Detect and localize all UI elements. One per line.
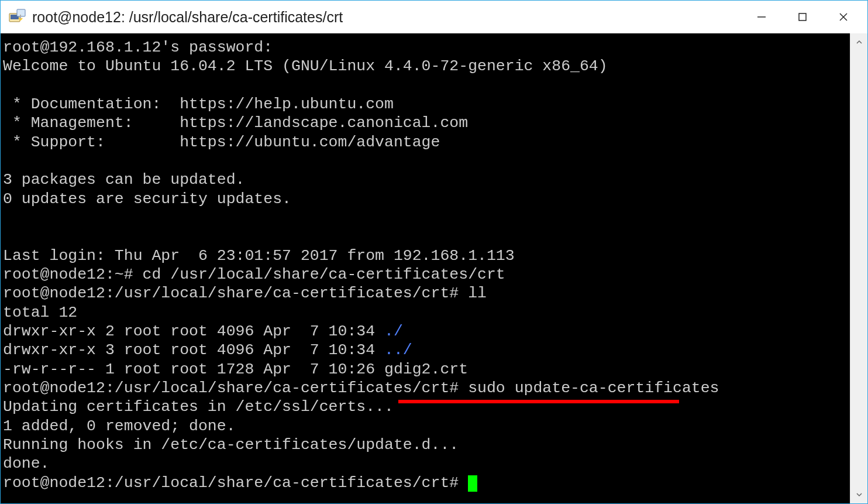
window-title: root@node12: /usr/local/share/ca-certifi…	[32, 9, 741, 26]
term-line: * Documentation: https://help.ubuntu.com	[3, 95, 394, 113]
maximize-button[interactable]	[782, 4, 823, 30]
term-line: root@192.168.1.12's password:	[3, 39, 273, 56]
scroll-up-icon[interactable]	[850, 33, 867, 51]
term-line: done.	[3, 455, 50, 472]
putty-icon	[8, 8, 26, 26]
term-line: drwxr-xr-x 3 root root 4096 Apr 7 10:34	[3, 341, 384, 359]
scroll-down-icon[interactable]	[850, 486, 867, 503]
highlight-underline	[398, 400, 679, 403]
terminal-cursor	[468, 475, 477, 492]
term-line: 3 packages can be updated.	[3, 171, 244, 188]
dir-link: ./	[384, 323, 403, 340]
minimize-button[interactable]	[741, 4, 782, 30]
term-line: Last login: Thu Apr 6 23:01:57 2017 from…	[3, 247, 515, 265]
term-prompt: root@node12:/usr/local/share/ca-certific…	[3, 474, 468, 492]
dir-link: ../	[384, 341, 412, 359]
term-line: Updating certificates in /etc/ssl/certs.…	[3, 398, 394, 416]
term-line: * Support: https://ubuntu.com/advantage	[3, 133, 440, 151]
term-line: total 12	[3, 304, 77, 321]
term-line: 1 added, 0 removed; done.	[3, 417, 236, 435]
term-line: * Management: https://landscape.canonica…	[3, 114, 468, 132]
svg-rect-5	[799, 13, 806, 20]
term-line: -rw-r--r-- 1 root root 1728 Apr 7 10:26 …	[3, 361, 468, 378]
term-line: root@node12:/usr/local/share/ca-certific…	[3, 379, 719, 397]
window-titlebar: root@node12: /usr/local/share/ca-certifi…	[1, 1, 867, 33]
terminal[interactable]: root@192.168.1.12's password: Welcome to…	[1, 33, 850, 503]
term-line: Running hooks in /etc/ca-certificates/up…	[3, 436, 459, 454]
close-button[interactable]	[823, 4, 864, 30]
window-controls	[741, 4, 864, 30]
term-line: root@node12:~# cd /usr/local/share/ca-ce…	[3, 266, 505, 283]
term-line: 0 updates are security updates.	[3, 190, 291, 208]
vertical-scrollbar[interactable]	[850, 33, 867, 503]
term-line: drwxr-xr-x 2 root root 4096 Apr 7 10:34	[3, 323, 384, 340]
term-line: Welcome to Ubuntu 16.04.2 LTS (GNU/Linux…	[3, 57, 608, 75]
scrollbar-track[interactable]	[850, 51, 867, 486]
content-area: root@192.168.1.12's password: Welcome to…	[1, 33, 867, 503]
term-line: root@node12:/usr/local/share/ca-certific…	[3, 284, 487, 302]
